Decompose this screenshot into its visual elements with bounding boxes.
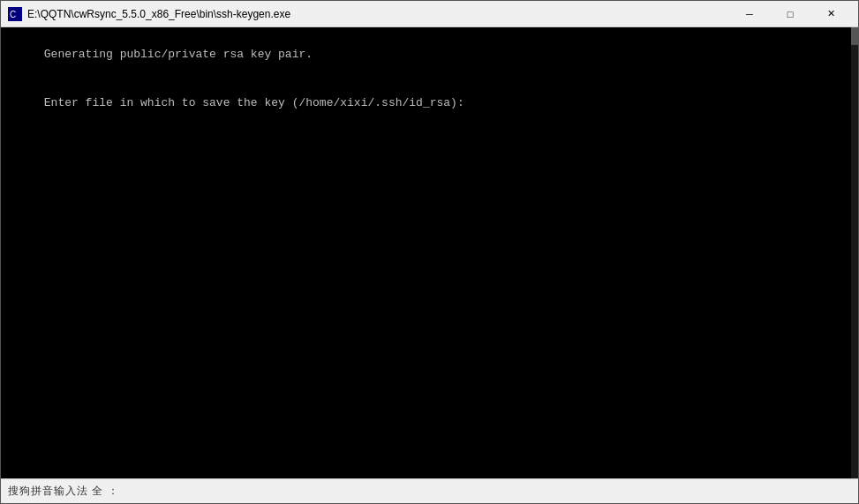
minimize-button[interactable]: ─: [729, 1, 770, 27]
terminal-window: C E:\QQTN\cwRsync_5.5.0_x86_Free\bin\ssh…: [0, 0, 859, 504]
scrollbar[interactable]: [851, 27, 858, 478]
window-controls: ─ □ ✕: [729, 1, 851, 27]
status-bar: 搜狗拼音输入法 全 ：: [1, 478, 858, 503]
maximize-button[interactable]: □: [770, 1, 810, 27]
cmd-icon: C: [8, 7, 22, 21]
window-title: E:\QQTN\cwRsync_5.5.0_x86_Free\bin\ssh-k…: [27, 8, 729, 20]
terminal-line-2: Enter file in which to save the key (/ho…: [44, 96, 464, 109]
ime-status: 搜狗拼音输入法 全 ：: [8, 484, 119, 499]
terminal-body[interactable]: Generating public/private rsa key pair. …: [1, 27, 858, 478]
svg-text:C: C: [10, 10, 16, 19]
scrollbar-thumb[interactable]: [851, 27, 858, 45]
titlebar: C E:\QQTN\cwRsync_5.5.0_x86_Free\bin\ssh…: [1, 1, 858, 27]
close-button[interactable]: ✕: [810, 1, 851, 27]
terminal-line-1: Generating public/private rsa key pair.: [44, 48, 313, 61]
terminal-output: Generating public/private rsa key pair. …: [3, 31, 856, 127]
